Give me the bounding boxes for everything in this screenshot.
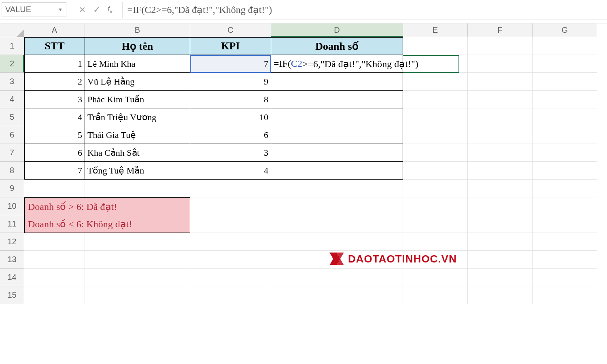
cell[interactable] <box>190 180 271 197</box>
cell[interactable] <box>533 73 597 91</box>
cell[interactable] <box>190 197 271 215</box>
cell[interactable] <box>403 162 468 180</box>
cell-stt[interactable]: 2 <box>24 73 85 91</box>
cell[interactable] <box>468 37 533 55</box>
cell[interactable] <box>533 91 597 108</box>
cell[interactable] <box>271 269 403 286</box>
cell-name[interactable]: Kha Cảnh Sắt <box>85 144 190 162</box>
cell[interactable] <box>403 144 468 162</box>
col-header-F[interactable]: F <box>468 23 533 37</box>
cell[interactable] <box>468 286 533 304</box>
cell[interactable] <box>403 73 468 91</box>
row-header-8[interactable]: 8 <box>0 162 24 180</box>
row-header-12[interactable]: 12 <box>0 233 24 251</box>
cell[interactable] <box>271 233 403 251</box>
cell[interactable] <box>85 269 190 286</box>
cell[interactable] <box>403 126 468 144</box>
cell[interactable] <box>403 286 468 304</box>
cell[interactable] <box>403 180 468 197</box>
cell[interactable] <box>271 197 403 215</box>
cell-name[interactable]: Tống Tuệ Mẫn <box>85 162 190 180</box>
cell[interactable] <box>533 233 597 251</box>
cell[interactable] <box>468 180 533 197</box>
cell-stt[interactable]: 7 <box>24 162 85 180</box>
cell[interactable] <box>533 162 597 180</box>
cell[interactable] <box>190 251 271 269</box>
cell[interactable] <box>24 180 85 197</box>
cell[interactable] <box>533 55 597 73</box>
col-header-A[interactable]: A <box>24 23 85 37</box>
cell[interactable] <box>533 180 597 197</box>
cell[interactable] <box>403 233 468 251</box>
cell[interactable] <box>403 91 468 108</box>
cell[interactable] <box>468 215 533 233</box>
cell[interactable] <box>403 215 468 233</box>
cell[interactable] <box>271 162 403 180</box>
row-header-10[interactable]: 10 <box>0 197 24 215</box>
select-all-triangle[interactable] <box>0 23 24 37</box>
col-header-E[interactable]: E <box>403 23 468 37</box>
row-header-5[interactable]: 5 <box>0 108 24 126</box>
cell[interactable] <box>190 269 271 286</box>
cell-name[interactable]: Thái Gia Tuệ <box>85 126 190 144</box>
cell-stt[interactable]: 1 <box>24 55 85 73</box>
cell[interactable] <box>533 269 597 286</box>
cell[interactable] <box>403 37 468 55</box>
col-header-D[interactable]: D <box>271 23 403 37</box>
chevron-down-icon[interactable]: ▼ <box>58 7 63 13</box>
row-header-6[interactable]: 6 <box>0 126 24 144</box>
row-header-14[interactable]: 14 <box>0 269 24 286</box>
cell[interactable] <box>190 233 271 251</box>
cell[interactable] <box>533 108 597 126</box>
row-header-3[interactable]: 3 <box>0 73 24 91</box>
cell[interactable] <box>85 233 190 251</box>
row-header-1[interactable]: 1 <box>0 37 24 55</box>
note-line2[interactable]: Doanh số < 6: Không đạt! <box>24 215 190 233</box>
header-hoten[interactable]: Họ tên <box>85 37 190 55</box>
cell-kpi[interactable]: 8 <box>190 91 271 108</box>
spreadsheet-grid[interactable]: A B C D E F G 1 STT Họ tên KPI Doanh số … <box>0 19 607 304</box>
cell[interactable] <box>24 269 85 286</box>
cell[interactable] <box>271 215 403 233</box>
cell[interactable] <box>271 180 403 197</box>
confirm-icon[interactable]: ✓ <box>93 4 100 15</box>
cell[interactable] <box>468 197 533 215</box>
formula-input[interactable] <box>125 2 605 17</box>
cell[interactable] <box>403 197 468 215</box>
cell[interactable] <box>533 251 597 269</box>
cell[interactable] <box>403 108 468 126</box>
row-header-13[interactable]: 13 <box>0 251 24 269</box>
cell[interactable] <box>403 269 468 286</box>
cell[interactable] <box>468 108 533 126</box>
cell[interactable] <box>190 215 271 233</box>
cell-stt[interactable]: 3 <box>24 91 85 108</box>
row-header-11[interactable]: 11 <box>0 215 24 233</box>
cell[interactable] <box>468 269 533 286</box>
cell-kpi[interactable]: 3 <box>190 144 271 162</box>
row-header-4[interactable]: 4 <box>0 91 24 108</box>
cell[interactable] <box>468 162 533 180</box>
cell[interactable] <box>533 197 597 215</box>
cell[interactable] <box>468 73 533 91</box>
cell-kpi[interactable]: 7 <box>190 55 271 73</box>
col-header-C[interactable]: C <box>190 23 271 37</box>
cell-kpi[interactable]: 10 <box>190 108 271 126</box>
header-stt[interactable]: STT <box>24 37 85 55</box>
cell[interactable] <box>271 144 403 162</box>
row-header-15[interactable]: 15 <box>0 286 24 304</box>
cell-name[interactable]: Vũ Lệ Hằng <box>85 73 190 91</box>
cell-stt[interactable]: 5 <box>24 126 85 144</box>
cell[interactable] <box>271 91 403 108</box>
cell[interactable] <box>468 55 533 73</box>
cancel-icon[interactable]: ✕ <box>79 5 86 15</box>
cell[interactable] <box>533 286 597 304</box>
cell-name[interactable]: Lê Minh Kha <box>85 55 190 73</box>
cell-kpi[interactable]: 9 <box>190 73 271 91</box>
cell[interactable] <box>24 251 85 269</box>
fx-icon[interactable]: fx <box>108 5 112 15</box>
cell[interactable] <box>85 180 190 197</box>
header-kpi[interactable]: KPI <box>190 37 271 55</box>
cell[interactable] <box>24 286 85 304</box>
row-header-7[interactable]: 7 <box>0 144 24 162</box>
name-box[interactable]: VALUE ▼ <box>2 2 66 17</box>
